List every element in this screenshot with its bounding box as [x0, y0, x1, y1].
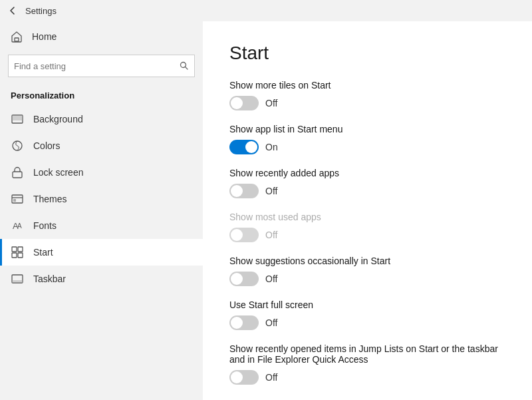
svg-rect-16: [12, 280, 23, 283]
setting-most-used: Show most used apps Off: [229, 212, 505, 242]
toggle-row-most-used: Off: [229, 228, 505, 242]
toggle-row-more-tiles: Off: [229, 96, 505, 110]
sidebar-item-background[interactable]: Background: [0, 106, 203, 132]
setting-app-list-label: Show app list in Start menu: [229, 124, 505, 134]
sidebar-item-start[interactable]: Start: [0, 239, 203, 266]
toggle-recently-added-status: Off: [265, 186, 277, 196]
fonts-icon: A A: [11, 219, 24, 232]
setting-full-screen-label: Use Start full screen: [229, 300, 505, 310]
titlebar-title: Settings: [25, 6, 57, 16]
svg-line-2: [186, 67, 188, 70]
setting-most-used-label: Show most used apps: [229, 212, 505, 222]
sidebar-item-home[interactable]: Home: [0, 24, 203, 49]
toggle-more-tiles-status: Off: [265, 98, 277, 108]
home-label: Home: [32, 31, 57, 42]
toggle-row-recently-opened: Off: [229, 370, 505, 385]
colors-icon: [11, 139, 24, 152]
search-icon: [180, 61, 189, 71]
toggle-full-screen-status: Off: [265, 317, 277, 328]
titlebar: Settings: [0, 0, 532, 21]
svg-rect-13: [12, 253, 17, 258]
toggle-app-list-status: On: [265, 142, 278, 152]
toggle-row-full-screen: Off: [229, 315, 505, 330]
toggle-row-app-list: On: [229, 140, 505, 154]
svg-rect-0: [15, 38, 19, 41]
lock-screen-icon: [11, 166, 24, 179]
setting-full-screen: Use Start full screen Off: [229, 300, 505, 330]
svg-rect-8: [13, 199, 16, 202]
themes-icon: [11, 192, 24, 206]
setting-suggestions: Show suggestions occasionally in Start O…: [229, 256, 505, 286]
start-icon: [11, 246, 24, 259]
page-title: Start: [229, 43, 505, 64]
svg-rect-12: [18, 247, 23, 252]
toggle-recently-opened-status: Off: [265, 372, 277, 383]
setting-recently-opened: Show recently opened items in Jump Lists…: [229, 343, 505, 385]
setting-recently-opened-label: Show recently opened items in Jump Lists…: [229, 343, 505, 365]
toggle-suggestions[interactable]: [229, 272, 259, 286]
taskbar-label: Taskbar: [33, 274, 66, 284]
toggle-most-used: [229, 228, 259, 242]
back-button[interactable]: [8, 6, 17, 15]
svg-rect-11: [12, 247, 17, 252]
toggle-most-used-status: Off: [265, 230, 277, 240]
sidebar-item-taskbar[interactable]: Taskbar: [0, 266, 203, 292]
toggle-row-suggestions: Off: [229, 272, 505, 286]
themes-label: Themes: [33, 194, 67, 204]
toggle-suggestions-status: Off: [265, 274, 277, 284]
toggle-row-recently-added: Off: [229, 184, 505, 198]
setting-more-tiles: Show more tiles on Start Off: [229, 80, 505, 110]
svg-text:A: A: [17, 222, 22, 230]
colors-label: Colors: [33, 140, 60, 151]
svg-rect-7: [12, 195, 23, 203]
svg-rect-6: [13, 172, 22, 178]
sidebar-item-lockscreen[interactable]: Lock screen: [0, 159, 203, 186]
content-area: Start Show more tiles on Start Off Show …: [203, 21, 532, 400]
setting-suggestions-label: Show suggestions occasionally in Start: [229, 256, 505, 266]
setting-recently-added: Show recently added apps Off: [229, 168, 505, 198]
taskbar-icon: [11, 272, 24, 286]
setting-app-list: Show app list in Start menu On: [229, 124, 505, 154]
start-label: Start: [33, 247, 53, 258]
setting-recently-added-label: Show recently added apps: [229, 168, 505, 178]
toggle-recently-opened[interactable]: [229, 370, 259, 385]
search-input[interactable]: [14, 61, 180, 71]
background-label: Background: [33, 114, 83, 124]
toggle-app-list[interactable]: [229, 140, 259, 154]
sidebar-item-fonts[interactable]: A A Fonts: [0, 212, 203, 239]
fonts-label: Fonts: [33, 220, 57, 231]
search-box[interactable]: [8, 55, 195, 77]
setting-more-tiles-label: Show more tiles on Start: [229, 80, 505, 91]
toggle-more-tiles[interactable]: [229, 96, 259, 110]
sidebar-item-themes[interactable]: Themes: [0, 186, 203, 212]
toggle-recently-added[interactable]: [229, 184, 259, 198]
main-layout: Home Personalization Background: [0, 21, 532, 400]
sidebar-section-title: Personalization: [0, 83, 203, 106]
svg-rect-14: [18, 253, 23, 258]
home-icon: [11, 31, 23, 43]
toggle-full-screen[interactable]: [229, 315, 259, 330]
sidebar-item-colors[interactable]: Colors: [0, 132, 203, 159]
background-icon: [11, 112, 24, 126]
svg-rect-4: [12, 115, 23, 120]
sidebar: Home Personalization Background: [0, 21, 203, 400]
lockscreen-label: Lock screen: [33, 167, 83, 178]
